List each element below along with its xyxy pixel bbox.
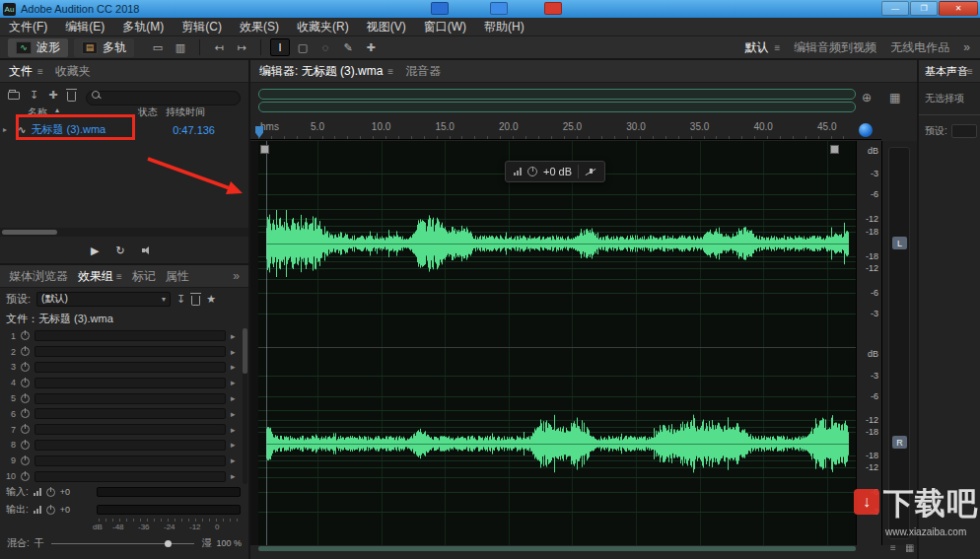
effect-slot-row[interactable]: 5▸ — [0, 390, 241, 406]
paintbrush-tool-icon[interactable]: ✎ — [338, 38, 358, 56]
metering-panel-icon[interactable]: ▥ — [171, 38, 190, 56]
right-channel-badge[interactable]: R — [892, 436, 907, 449]
power-icon[interactable] — [21, 409, 30, 418]
delete-file-icon[interactable] — [67, 92, 76, 102]
effect-slot-row[interactable]: 8▸ — [0, 438, 241, 454]
panel-menu-icon[interactable]: ≡ — [967, 66, 973, 77]
slot-arrow-icon[interactable]: ▸ — [231, 455, 241, 465]
time-selection-tool-icon[interactable]: I — [270, 38, 290, 56]
overview-range-bottom[interactable] — [258, 102, 856, 112]
menu-item[interactable]: 多轨(M) — [113, 19, 173, 35]
expand-chevron-icon[interactable]: ▸ — [3, 125, 7, 134]
effect-slot[interactable] — [35, 362, 226, 373]
playhead-marker[interactable] — [255, 126, 263, 138]
output-power-icon[interactable] — [46, 506, 55, 515]
video-panel-icon[interactable]: ▭ — [148, 38, 168, 56]
overview-range-top[interactable] — [258, 89, 856, 100]
panel-overflow-icon[interactable]: » — [233, 269, 240, 283]
hud-knob-icon[interactable] — [527, 167, 537, 176]
overview-navigator[interactable] — [258, 86, 856, 115]
volume-hud[interactable]: +0 dB — [505, 161, 605, 182]
slot-arrow-icon[interactable]: ▸ — [231, 409, 241, 419]
effect-slot[interactable] — [35, 408, 226, 419]
slot-arrow-icon[interactable]: ▸ — [231, 378, 241, 387]
slot-arrow-icon[interactable]: ▸ — [231, 440, 241, 450]
play-button[interactable]: ▶ — [91, 245, 99, 257]
search-input[interactable] — [86, 91, 241, 105]
slots-scrollbar[interactable] — [243, 328, 247, 484]
power-icon[interactable] — [21, 425, 30, 434]
effect-slot-row[interactable]: 7▸ — [0, 422, 241, 438]
mix-slider[interactable] — [51, 543, 195, 544]
effect-slot-row[interactable]: 1▸ — [0, 328, 241, 344]
menu-item[interactable]: 视图(V) — [358, 19, 415, 35]
effect-slot[interactable] — [35, 455, 226, 466]
slot-arrow-icon[interactable]: ▸ — [231, 347, 241, 357]
effect-slot[interactable] — [35, 330, 226, 341]
editor-hscrollbar-thumb[interactable] — [258, 546, 856, 551]
files-hscrollbar-thumb[interactable] — [2, 230, 57, 235]
clip-handle-left[interactable] — [260, 145, 269, 154]
panel-menu-icon[interactable]: ≡ — [387, 66, 393, 77]
hud-fader-icon[interactable] — [585, 167, 596, 176]
effect-slot-row[interactable]: 6▸ — [0, 406, 241, 422]
power-icon[interactable] — [21, 472, 30, 481]
power-icon[interactable] — [21, 331, 30, 340]
clip-handle-right[interactable] — [830, 145, 839, 154]
power-icon[interactable] — [21, 379, 30, 387]
lasso-selection-tool-icon[interactable]: ◌ — [315, 38, 335, 56]
mix-slider-thumb[interactable] — [165, 540, 172, 547]
tab-effects-rack[interactable]: 效果组 — [78, 268, 113, 285]
preset-dropdown[interactable]: (默认) ▾ — [36, 292, 171, 307]
new-item-icon[interactable]: ✚ — [48, 89, 57, 102]
skip-back-icon[interactable]: ↤ — [209, 38, 229, 56]
zoom-navigate-icon[interactable]: ⊕ — [862, 91, 872, 105]
menu-item[interactable]: 剪辑(C) — [173, 19, 231, 35]
effect-slot[interactable] — [35, 393, 226, 404]
menu-item[interactable]: 文件(F) — [0, 19, 56, 35]
input-power-icon[interactable] — [46, 488, 55, 497]
menu-item[interactable]: 收藏夹(R) — [288, 19, 358, 35]
tab-mixer[interactable]: 混音器 — [405, 63, 441, 80]
effect-slot[interactable] — [35, 424, 226, 435]
save-preset-icon[interactable]: ↧ — [176, 293, 185, 306]
menu-item[interactable]: 窗口(W) — [415, 19, 475, 35]
effect-slot-row[interactable]: 9▸ — [0, 453, 241, 468]
workspace-default[interactable]: 默认 — [744, 39, 768, 56]
tab-properties[interactable]: 属性 — [166, 268, 189, 285]
column-duration[interactable]: 持续时间 — [166, 105, 205, 119]
slot-arrow-icon[interactable]: ▸ — [231, 331, 241, 341]
auto-play-speaker-icon[interactable] — [142, 245, 155, 255]
slot-arrow-icon[interactable]: ▸ — [231, 393, 241, 403]
effect-slot[interactable] — [35, 378, 226, 388]
editor-hscrollbar[interactable] — [250, 545, 917, 553]
marquee-selection-tool-icon[interactable]: ▢ — [293, 38, 313, 56]
effect-slot[interactable] — [35, 440, 226, 451]
slot-arrow-icon[interactable]: ▸ — [231, 362, 241, 372]
files-hscrollbar[interactable] — [0, 228, 248, 237]
skip-forward-icon[interactable]: ↦ — [232, 38, 251, 56]
effect-slot-row[interactable]: 10▸ — [0, 468, 241, 484]
tab-essential-sound[interactable]: 基本声音 — [925, 64, 968, 79]
slots-scrollbar-thumb[interactable] — [243, 328, 247, 374]
panel-menu-icon[interactable]: ≡ — [37, 66, 43, 77]
waveform-canvas[interactable] — [258, 141, 856, 545]
workspace-radio-production[interactable]: 无线电作品 — [890, 39, 949, 56]
workspace-edit-audio-video[interactable]: 编辑音频到视频 — [794, 39, 876, 56]
tab-files[interactable]: 文件 — [9, 63, 33, 80]
slot-arrow-icon[interactable]: ▸ — [231, 425, 241, 435]
open-file-icon[interactable] — [8, 92, 20, 100]
workspace-overflow-icon[interactable]: » — [963, 40, 970, 54]
menu-item[interactable]: 效果(S) — [231, 19, 288, 35]
menu-item[interactable]: 编辑(E) — [56, 19, 113, 35]
effect-slot[interactable] — [35, 471, 226, 482]
workspace-menu-icon[interactable]: ≡ — [774, 42, 780, 53]
effect-slot[interactable] — [35, 346, 226, 357]
effect-slot-row[interactable]: 4▸ — [0, 375, 241, 390]
import-file-icon[interactable]: ↧ — [30, 89, 38, 102]
effect-slot-row[interactable]: 3▸ — [0, 360, 241, 376]
blue-sphere-icon[interactable] — [859, 123, 873, 137]
power-icon[interactable] — [21, 363, 30, 372]
favorite-star-icon[interactable]: ★ — [206, 293, 216, 306]
power-icon[interactable] — [21, 394, 30, 403]
